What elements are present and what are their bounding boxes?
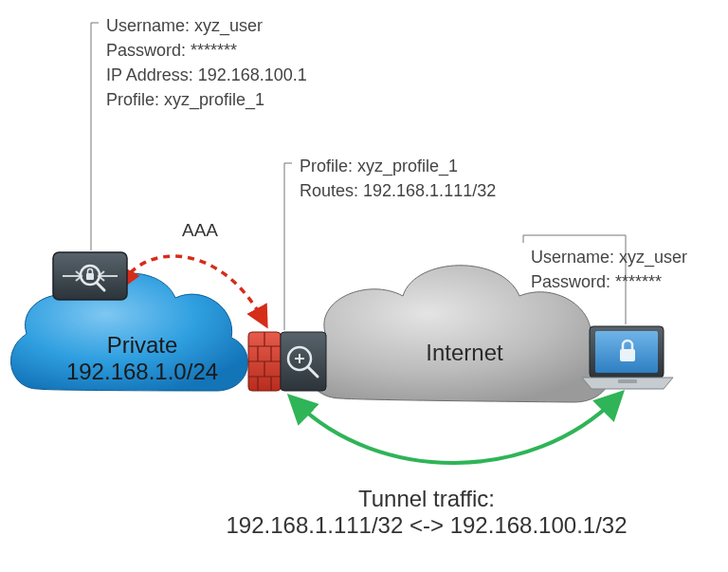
attr-value: xyz_profile_1 <box>164 90 264 109</box>
tunnel-route: 192.168.1.111/32 <-> 192.168.100.1/32 <box>142 512 711 539</box>
client-laptop-icon <box>582 326 673 389</box>
attr-label: Routes: <box>300 181 363 200</box>
aaa-server-attributes: Username: xyz_user Password: ******* IP … <box>106 13 307 112</box>
attr-label: Profile: <box>106 90 164 109</box>
tunnel-arrow <box>296 398 616 463</box>
attr-label: Profile: <box>300 157 357 175</box>
internet-cloud-label: Internet <box>389 340 540 366</box>
cloud-name: Private <box>57 332 228 359</box>
attr-label: Password: <box>106 41 191 60</box>
firewall-attributes: Profile: xyz_profile_1 Routes: 192.168.1… <box>300 154 496 203</box>
attr-value: 192.168.1.111/32 <box>363 181 496 200</box>
aaa-server-icon <box>53 252 127 300</box>
attr-value: xyz_user <box>194 16 263 35</box>
network-diagram: AAA Username: xyz_user Password: *******… <box>0 0 728 572</box>
svg-rect-24 <box>618 379 637 383</box>
tunnel-caption: Tunnel traffic: 192.168.1.111/32 <-> 192… <box>142 486 711 539</box>
private-cloud-label: Private 192.168.1.0/24 <box>57 332 228 385</box>
cloud-name: Internet <box>389 340 540 366</box>
firewall-icon <box>248 332 326 391</box>
svg-rect-5 <box>86 273 94 280</box>
attr-label: Username: <box>106 16 194 35</box>
attr-label: IP Address: <box>106 65 198 84</box>
attr-value: ******* <box>615 272 662 291</box>
aaa-link-label: AAA <box>182 220 218 241</box>
client-attributes: Username: xyz_user Password: ******* <box>531 245 687 294</box>
attr-label: Password: <box>531 272 615 291</box>
attr-value: xyz_user <box>619 248 687 267</box>
attr-value: 192.168.100.1 <box>198 65 307 84</box>
tunnel-title: Tunnel traffic: <box>142 486 711 512</box>
attr-value: ******* <box>191 41 237 60</box>
attr-value: xyz_profile_1 <box>357 157 458 175</box>
svg-rect-23 <box>620 349 635 361</box>
cloud-subnet: 192.168.1.0/24 <box>57 359 228 385</box>
attr-label: Username: <box>531 248 619 267</box>
